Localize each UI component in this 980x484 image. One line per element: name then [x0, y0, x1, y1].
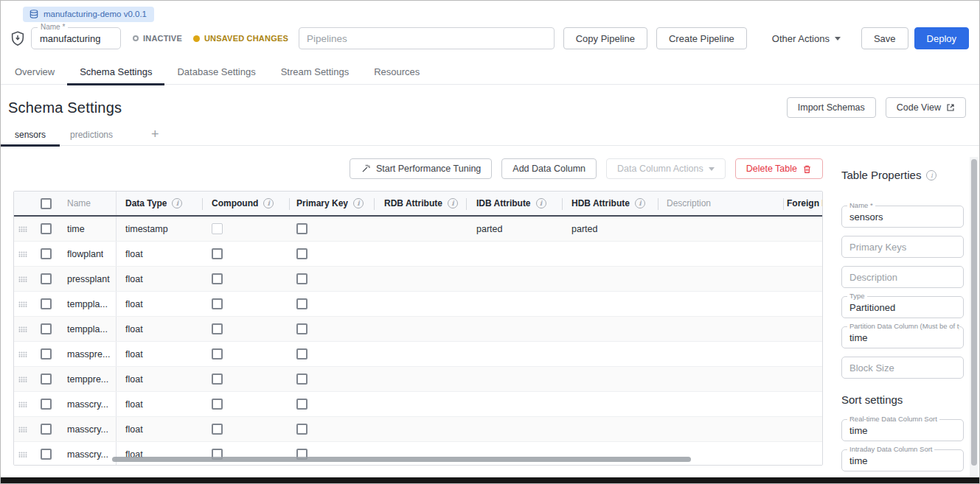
info-icon[interactable]: i — [353, 198, 364, 208]
primary-key-checkbox[interactable] — [296, 273, 307, 284]
description-cell[interactable] — [658, 267, 783, 291]
table-row[interactable]: masscry... float — [14, 417, 822, 442]
row-checkbox[interactable] — [41, 248, 52, 259]
info-icon[interactable]: i — [926, 170, 936, 180]
compound-checkbox[interactable] — [212, 373, 223, 385]
column-header[interactable]: Data Type i — [116, 192, 202, 215]
rdb-attribute-cell[interactable] — [374, 267, 466, 291]
description-cell[interactable] — [658, 292, 783, 316]
data-type-cell[interactable]: float — [116, 417, 202, 441]
rdb-attribute-cell[interactable] — [374, 367, 466, 391]
other-actions-button[interactable]: Other Actions — [766, 27, 847, 49]
schema-tab[interactable]: predictions — [60, 124, 123, 146]
column-header[interactable]: RDB Attribute i — [374, 192, 466, 215]
copy-pipeline-button[interactable]: Copy Pipeline — [563, 27, 647, 49]
idb-attribute-cell[interactable] — [466, 392, 562, 416]
property-field[interactable]: Description — [841, 266, 964, 288]
sort-field[interactable]: Real-time Data Column Sort time — [841, 419, 964, 441]
idb-attribute-cell[interactable]: parted — [466, 217, 562, 241]
primary-key-checkbox[interactable] — [296, 424, 307, 435]
row-checkbox[interactable] — [41, 223, 52, 234]
rdb-attribute-cell[interactable] — [374, 317, 466, 341]
drag-handle-icon[interactable] — [18, 276, 27, 282]
import-schemas-button[interactable]: Import Schemas — [787, 97, 876, 118]
info-icon[interactable]: i — [635, 198, 645, 208]
rdb-attribute-cell[interactable] — [374, 242, 466, 266]
start-performance-tuning-button[interactable]: Start Performance Tuning — [350, 158, 492, 179]
drag-handle-icon[interactable] — [18, 326, 27, 332]
table-row[interactable]: flowplant float — [14, 242, 822, 267]
primary-key-checkbox[interactable] — [296, 373, 307, 385]
primary-key-checkbox[interactable] — [296, 323, 307, 334]
data-type-cell[interactable]: float — [116, 267, 202, 291]
rdb-attribute-cell[interactable] — [374, 342, 466, 366]
data-type-cell[interactable]: float — [116, 392, 202, 416]
add-schema-tab-button[interactable]: + — [144, 127, 167, 142]
primary-key-checkbox[interactable] — [296, 248, 307, 259]
foreign-key-cell[interactable] — [783, 267, 822, 291]
primary-key-checkbox[interactable] — [296, 223, 307, 234]
rdb-attribute-cell[interactable] — [374, 292, 466, 316]
foreign-key-cell[interactable] — [783, 292, 822, 316]
hdb-attribute-cell[interactable] — [562, 317, 658, 341]
main-tab[interactable]: Database Settings — [164, 60, 268, 85]
compound-checkbox[interactable] — [212, 223, 223, 234]
compound-checkbox[interactable] — [212, 424, 223, 435]
description-cell[interactable] — [658, 367, 783, 391]
column-header[interactable]: Compound i — [202, 192, 289, 215]
save-button[interactable]: Save — [861, 27, 908, 49]
row-checkbox[interactable] — [41, 399, 52, 410]
description-cell[interactable] — [658, 317, 783, 341]
idb-attribute-cell[interactable] — [466, 267, 562, 291]
info-icon[interactable]: i — [536, 198, 546, 208]
info-icon[interactable]: i — [263, 198, 274, 208]
app-version-chip[interactable]: manufacturing-demo v0.0.1 — [23, 7, 154, 22]
data-type-cell[interactable]: float — [116, 317, 202, 341]
column-header[interactable]: Foreign Ke — [783, 192, 822, 215]
drag-handle-icon[interactable] — [18, 226, 27, 232]
delete-table-button[interactable]: Delete Table — [735, 158, 823, 179]
horizontal-scrollbar[interactable] — [112, 457, 691, 462]
idb-attribute-cell[interactable] — [466, 417, 562, 441]
hdb-attribute-cell[interactable] — [562, 367, 658, 391]
table-row[interactable]: temppla... float — [14, 317, 822, 342]
idb-attribute-cell[interactable] — [466, 317, 562, 341]
table-row[interactable]: pressplant float — [14, 267, 822, 292]
row-checkbox[interactable] — [41, 449, 52, 460]
hdb-attribute-cell[interactable] — [562, 292, 658, 316]
description-cell[interactable] — [658, 442, 783, 466]
pipelines-input[interactable]: Pipelines — [299, 27, 555, 49]
foreign-key-cell[interactable] — [783, 217, 822, 241]
column-header[interactable]: IDB Attribute i — [466, 192, 562, 215]
shield-icon[interactable] — [10, 30, 26, 46]
drag-handle-icon[interactable] — [18, 427, 27, 432]
primary-key-checkbox[interactable] — [296, 399, 307, 410]
compound-checkbox[interactable] — [212, 348, 223, 360]
info-icon[interactable]: i — [172, 198, 182, 208]
info-icon[interactable]: i — [448, 198, 458, 208]
property-field[interactable]: Block Size — [841, 357, 964, 379]
column-header[interactable]: Name — [60, 192, 116, 215]
description-cell[interactable] — [658, 342, 783, 366]
foreign-key-cell[interactable] — [783, 317, 822, 341]
data-type-cell[interactable]: timestamp — [116, 217, 202, 241]
compound-checkbox[interactable] — [212, 399, 223, 410]
schema-tab[interactable]: sensors — [1, 124, 60, 146]
hdb-attribute-cell[interactable] — [562, 267, 658, 291]
property-field[interactable]: Type Partitioned — [841, 296, 964, 318]
primary-key-checkbox[interactable] — [296, 348, 307, 360]
drag-handle-icon[interactable] — [18, 376, 27, 382]
row-checkbox[interactable] — [41, 373, 52, 385]
create-pipeline-button[interactable]: Create Pipeline — [656, 27, 747, 49]
row-checkbox[interactable] — [41, 323, 52, 334]
property-field[interactable]: Partition Data Column (Must be of typ...… — [841, 326, 964, 348]
deploy-button[interactable]: Deploy — [914, 27, 969, 49]
data-column-actions-button[interactable]: Data Column Actions — [606, 158, 726, 179]
compound-checkbox[interactable] — [212, 248, 223, 259]
hdb-attribute-cell[interactable] — [562, 417, 658, 441]
table-row[interactable]: temppla... float — [14, 292, 822, 317]
hdb-attribute-cell[interactable] — [562, 242, 658, 266]
data-type-cell[interactable]: float — [116, 367, 202, 391]
idb-attribute-cell[interactable] — [466, 367, 562, 391]
primary-key-checkbox[interactable] — [296, 298, 307, 309]
